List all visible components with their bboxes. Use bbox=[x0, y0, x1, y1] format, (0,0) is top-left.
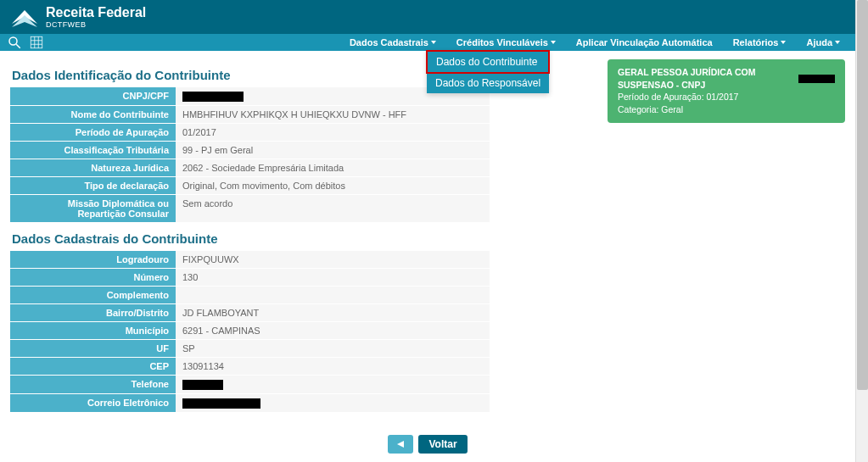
row-value: 6291 - CAMPINAS bbox=[176, 322, 490, 339]
row-value: Sem acordo bbox=[176, 195, 490, 222]
menu-label: Relatórios bbox=[733, 37, 779, 47]
row-label: Tipo de declaração bbox=[10, 177, 176, 194]
chevron-down-icon bbox=[781, 41, 786, 44]
row-label: Nome do Contribuinte bbox=[10, 106, 176, 123]
footer-buttons: Voltar bbox=[0, 435, 855, 454]
redacted-value bbox=[182, 380, 223, 390]
row-label: UF bbox=[10, 340, 176, 357]
table-row: Classificação Tributária99 - PJ em Geral bbox=[10, 142, 490, 159]
row-label: Logradouro bbox=[10, 251, 176, 268]
table-row: Bairro/DistritoJD FLAMBOYANT bbox=[10, 304, 490, 322]
row-value: 99 - PJ em Geral bbox=[176, 142, 490, 159]
dropdown-item-responsavel[interactable]: Dados do Responsável bbox=[427, 73, 549, 93]
table-row: CEP13091134 bbox=[10, 358, 490, 376]
redacted-value bbox=[182, 398, 260, 409]
arrow-left-icon bbox=[397, 441, 404, 448]
main-content: Dados Identificação do Contribuinte CNPJ… bbox=[0, 51, 855, 421]
top-header: Receita Federal DCTFWEB bbox=[0, 0, 855, 34]
section-title-cadastrais: Dados Cadastrais do Contribuinte bbox=[12, 231, 845, 246]
table-row: Tipo de declaraçãoOriginal, Com moviment… bbox=[10, 177, 490, 195]
row-label: Correio Eletrônico bbox=[10, 394, 176, 412]
dropdown-label: Dados do Contribuinte bbox=[436, 56, 537, 68]
menu-dados-cadastrais[interactable]: Dados Cadastrais bbox=[341, 35, 445, 50]
vertical-scrollbar[interactable] bbox=[855, 0, 868, 462]
table-row: CNPJ/CPF bbox=[10, 87, 490, 106]
main-menu: Dados Cadastrais Créditos Vinculáveis Ap… bbox=[341, 35, 848, 50]
row-label: Complemento bbox=[10, 287, 176, 303]
row-value: Original, Com movimento, Com débitos bbox=[176, 177, 490, 194]
table-row: Período de Apuração01/2017 bbox=[10, 124, 490, 142]
menu-creditos-vinculaveis[interactable]: Créditos Vinculáveis bbox=[448, 35, 564, 50]
row-label: Classificação Tributária bbox=[10, 142, 176, 159]
row-label: Número bbox=[10, 269, 176, 286]
voltar-button[interactable]: Voltar bbox=[418, 435, 467, 454]
table-row: LogradouroFIXPQUUWX bbox=[10, 251, 490, 269]
scrollbar-thumb[interactable] bbox=[857, 0, 868, 390]
menu-relatorios[interactable]: Relatórios bbox=[725, 35, 795, 50]
table-row: Nome do ContribuinteHMBHFIHUV KXPHIKQX H… bbox=[10, 106, 490, 124]
row-value: 2062 - Sociedade Empresária Limitada bbox=[176, 159, 490, 176]
row-value: JD FLAMBOYANT bbox=[176, 304, 490, 321]
row-value: 01/2017 bbox=[176, 124, 490, 141]
svg-rect-2 bbox=[31, 36, 42, 48]
dropdown-dados-cadastrais: Dados do Contribuinte Dados do Responsáv… bbox=[427, 51, 549, 93]
table-identificacao: CNPJ/CPFNome do ContribuinteHMBHFIHUV KX… bbox=[10, 87, 490, 223]
row-value: HMBHFIHUV KXPHIKQX H UHIEQKXU DVNW - HFF bbox=[176, 106, 490, 123]
row-value: SP bbox=[176, 340, 490, 357]
svg-line-1 bbox=[16, 44, 20, 48]
svg-point-0 bbox=[9, 37, 17, 45]
table-row: Complemento bbox=[10, 287, 490, 304]
menu-label: Ajuda bbox=[806, 37, 832, 47]
voltar-label: Voltar bbox=[428, 438, 456, 450]
chevron-down-icon bbox=[431, 41, 436, 44]
menu-ajuda[interactable]: Ajuda bbox=[798, 35, 848, 50]
row-label: Período de Apuração bbox=[10, 124, 176, 141]
row-label: Bairro/Distrito bbox=[10, 304, 176, 321]
row-label: CNPJ/CPF bbox=[10, 87, 176, 105]
brand-subtitle: DCTFWEB bbox=[46, 21, 146, 29]
dropdown-label: Dados do Responsável bbox=[435, 77, 540, 89]
table-row: Número130 bbox=[10, 269, 490, 287]
receita-federal-logo bbox=[10, 5, 39, 29]
table-row: Telefone bbox=[10, 376, 490, 394]
row-value: 13091134 bbox=[176, 358, 490, 375]
menu-label: Créditos Vinculáveis bbox=[456, 37, 548, 47]
menu-aplicar-vinculacao[interactable]: Aplicar Vinculação Automática bbox=[568, 35, 721, 50]
redacted-value bbox=[182, 92, 244, 102]
brand-title: Receita Federal bbox=[46, 6, 146, 19]
brand-block: Receita Federal DCTFWEB bbox=[10, 5, 146, 29]
chevron-down-icon bbox=[551, 41, 556, 44]
row-label: Missão Diplomática ou Repartição Consula… bbox=[10, 195, 176, 222]
row-value: 130 bbox=[176, 269, 490, 286]
table-row: Município6291 - CAMPINAS bbox=[10, 322, 490, 340]
row-label: CEP bbox=[10, 358, 176, 375]
row-label: Telefone bbox=[10, 376, 176, 393]
row-value bbox=[176, 394, 490, 412]
dropdown-item-contribuinte[interactable]: Dados do Contribuinte bbox=[426, 50, 550, 74]
row-label: Município bbox=[10, 322, 176, 339]
nav-toolbar: Dados Cadastrais Créditos Vinculáveis Ap… bbox=[0, 34, 855, 51]
row-label: Natureza Jurídica bbox=[10, 159, 176, 176]
back-arrow-button[interactable] bbox=[388, 435, 413, 454]
chevron-down-icon bbox=[835, 41, 840, 44]
table-row: Correio Eletrônico bbox=[10, 394, 490, 413]
table-row: Natureza Jurídica2062 - Sociedade Empres… bbox=[10, 159, 490, 177]
row-value bbox=[176, 376, 490, 393]
grid-icon[interactable] bbox=[29, 35, 44, 50]
table-row: UFSP bbox=[10, 340, 490, 358]
menu-label: Aplicar Vinculação Automática bbox=[576, 37, 713, 47]
table-row: Missão Diplomática ou Repartição Consula… bbox=[10, 195, 490, 223]
table-cadastrais: LogradouroFIXPQUUWXNúmero130ComplementoB… bbox=[10, 251, 490, 413]
search-icon[interactable] bbox=[7, 35, 22, 50]
row-value bbox=[176, 287, 490, 303]
menu-label: Dados Cadastrais bbox=[350, 37, 428, 47]
row-value: FIXPQUUWX bbox=[176, 251, 490, 268]
